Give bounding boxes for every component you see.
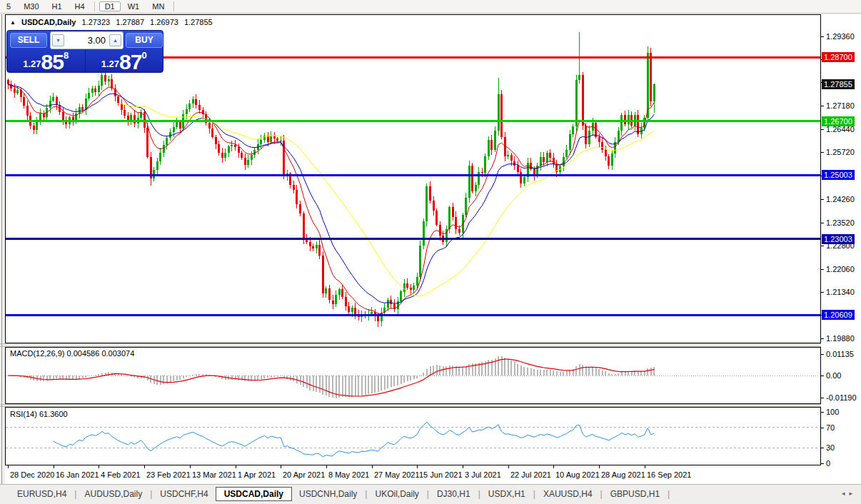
price-tick-label: 1.24260 bbox=[826, 194, 855, 204]
tab-scroll-right-icon[interactable]: ▸ bbox=[849, 490, 857, 497]
price-tick-mark bbox=[821, 246, 824, 246]
date-tick-mark bbox=[281, 465, 281, 468]
price-tick-label: 1.19880 bbox=[826, 333, 855, 343]
date-tick-label: 16 Sep 2021 bbox=[647, 470, 691, 479]
price-badge-level[interactable]: 1.20609 bbox=[822, 310, 855, 320]
chart-title: ▲ USDCAD,Daily 1.27323 1.27887 1.26973 1… bbox=[10, 18, 213, 26]
toolbar-separator bbox=[173, 1, 175, 11]
price-badge-level[interactable]: 1.23003 bbox=[822, 234, 855, 244]
volume-input[interactable] bbox=[66, 34, 108, 46]
buy-price-prefix: 1.27 bbox=[101, 59, 119, 69]
date-tick-label: 4 Feb 2021 bbox=[101, 470, 141, 479]
chart-tab-xauusd[interactable]: XAUUSD,H4 bbox=[536, 488, 600, 500]
tab-separator: | bbox=[668, 489, 670, 499]
date-tick-mark bbox=[645, 465, 645, 468]
price-badge-level[interactable]: 1.26700 bbox=[822, 116, 855, 126]
chart-tab-ukoil[interactable]: UKOil,Daily bbox=[368, 488, 426, 500]
date-tick-label: 22 Jul 2021 bbox=[510, 470, 551, 479]
ohlc-open: 1.27323 bbox=[81, 18, 110, 26]
sell-price-prefix: 1.27 bbox=[23, 59, 41, 69]
one-click-trading-panel: SELL ▾ ▴ BUY 1.27858 1.27870 bbox=[6, 30, 163, 73]
macd-label: MACD(12,26,9) 0.004586 0.003074 bbox=[10, 349, 134, 358]
date-tick-label: 1 Apr 2021 bbox=[238, 470, 276, 479]
rsi-tick-mark bbox=[821, 428, 824, 428]
date-tick-mark bbox=[144, 465, 145, 468]
ohlc-high: 1.27887 bbox=[116, 18, 144, 26]
tab-separator: | bbox=[74, 489, 76, 499]
price-tick-label: 1.27180 bbox=[826, 101, 855, 111]
timeframe-button-w1[interactable]: W1 bbox=[122, 1, 146, 11]
price-tick-mark bbox=[821, 292, 824, 293]
tab-scroll-arrows[interactable]: ◂▸ bbox=[842, 490, 857, 497]
rsi-tick-mark bbox=[821, 448, 824, 448]
timeframe-button-d1[interactable]: D1 bbox=[99, 1, 121, 11]
price-tick-label: 1.29360 bbox=[826, 31, 855, 41]
timeframe-toolbar: 5M30H1H4D1W1MN bbox=[0, 0, 861, 14]
chart-tab-audusd[interactable]: AUDUSD,Daily bbox=[77, 488, 149, 500]
volume-increase-button[interactable]: ▴ bbox=[109, 34, 121, 46]
price-tick-mark bbox=[821, 106, 824, 106]
macd-signal-line bbox=[8, 359, 654, 396]
price-tick-mark bbox=[821, 223, 824, 223]
buy-price-pipette: 0 bbox=[141, 50, 146, 61]
sell-button[interactable]: SELL bbox=[10, 33, 47, 48]
price-badge-level[interactable]: 1.25003 bbox=[822, 170, 855, 180]
buy-price-display[interactable]: 1.27870 bbox=[86, 49, 163, 73]
date-tick-label: 27 May 2021 bbox=[374, 470, 420, 479]
buy-button[interactable]: BUY bbox=[126, 33, 163, 48]
rsi-tick-label: 100 bbox=[826, 407, 839, 417]
chart-tab-usdcnh[interactable]: USDCNH,Daily bbox=[292, 488, 364, 500]
timeframe-button-mn[interactable]: MN bbox=[146, 1, 170, 11]
candles-layer bbox=[7, 32, 655, 326]
price-tick-mark bbox=[821, 36, 824, 37]
timeframe-button-h4[interactable]: H4 bbox=[69, 1, 91, 11]
date-tick-mark bbox=[326, 465, 327, 468]
tab-separator: | bbox=[150, 489, 152, 499]
price-badge-current: 1.27855 bbox=[822, 79, 855, 89]
tab-separator: | bbox=[427, 489, 429, 499]
chart-tab-eurusd[interactable]: EURUSD,H4 bbox=[10, 488, 74, 500]
price-tick-mark bbox=[821, 199, 824, 200]
chart-tab-dj30[interactable]: DJ30,H1 bbox=[430, 488, 478, 500]
macd-tick-label: 0.00 bbox=[826, 371, 841, 380]
rsi-label: RSI(14) 61.3600 bbox=[10, 410, 68, 418]
volume-decrease-button[interactable]: ▾ bbox=[52, 34, 64, 46]
price-tick-mark bbox=[821, 269, 824, 270]
rsi-canvas[interactable] bbox=[6, 408, 820, 465]
date-tick-mark bbox=[54, 465, 54, 468]
date-tick-mark bbox=[417, 465, 418, 468]
timeframe-button-h1[interactable]: H1 bbox=[46, 1, 68, 11]
price-tick-label: 1.23520 bbox=[826, 218, 855, 228]
buy-price-big: 87 bbox=[119, 53, 141, 71]
macd-tick-label: 0.01135 bbox=[826, 349, 854, 359]
timeframe-button-5[interactable]: 5 bbox=[1, 1, 16, 11]
date-tick-label: 8 May 2021 bbox=[328, 470, 369, 479]
date-tick-label: 23 Feb 2021 bbox=[146, 470, 191, 479]
price-tick-label: 1.21340 bbox=[826, 287, 855, 297]
date-tick-mark bbox=[236, 465, 236, 468]
timeframe-button-m30[interactable]: M30 bbox=[18, 1, 44, 11]
tab-scroll-left-icon[interactable]: ◂ bbox=[842, 490, 850, 497]
price-badge-level[interactable]: 1.28700 bbox=[822, 52, 855, 62]
price-scale[interactable]: 1.293601.286401.279201.271801.264401.257… bbox=[821, 14, 861, 484]
ohlc-low: 1.26973 bbox=[150, 18, 178, 26]
chart-tab-usdx[interactable]: USDX,H1 bbox=[481, 488, 533, 500]
rsi-tick-mark bbox=[821, 412, 824, 413]
volume-control: ▾ ▴ bbox=[50, 31, 124, 49]
macd-histogram bbox=[8, 356, 654, 398]
tab-separator: | bbox=[478, 489, 480, 499]
date-tick-label: 28 Dec 2020 bbox=[10, 470, 54, 479]
date-tick-mark bbox=[553, 465, 554, 468]
chart-tab-gbpusd[interactable]: GBPUSD,H1 bbox=[603, 488, 667, 500]
price-tick-mark bbox=[821, 338, 824, 339]
chart-tab-usdcad[interactable]: USDCAD,Daily bbox=[216, 487, 292, 501]
rsi-tick-label: 0 bbox=[826, 458, 830, 468]
collapse-triangle-icon[interactable]: ▲ bbox=[10, 19, 16, 26]
horizontal-levels-layer[interactable] bbox=[6, 57, 820, 315]
time-scale[interactable]: 28 Dec 202016 Jan 20214 Feb 202123 Feb 2… bbox=[5, 465, 821, 484]
sell-price-display[interactable]: 1.27858 bbox=[7, 49, 85, 73]
price-tick-mark bbox=[821, 152, 824, 153]
tab-separator: | bbox=[533, 489, 535, 499]
chart-tab-usdchf[interactable]: USDCHF,H4 bbox=[153, 488, 215, 500]
toolbar-separator bbox=[94, 1, 96, 11]
